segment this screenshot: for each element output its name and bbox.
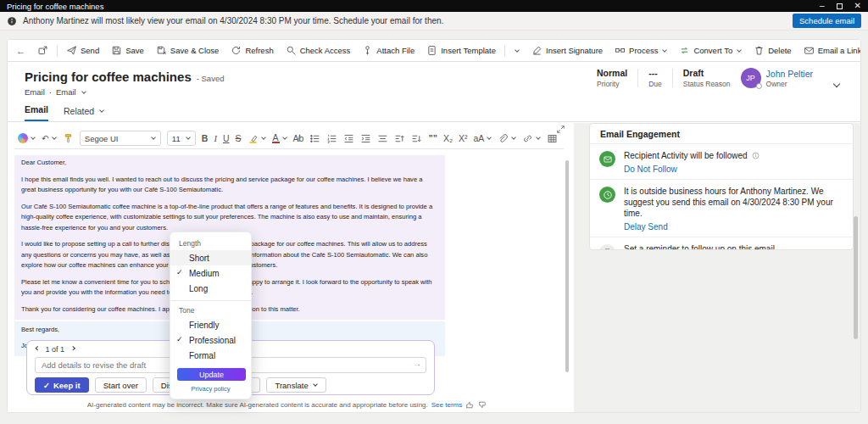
menu-item-friendly[interactable]: Friendly [170, 317, 251, 332]
decrease-indent-icon[interactable] [343, 133, 354, 144]
engagement-item-schedule: It is outside business hours for Anthony… [590, 180, 853, 237]
send-button[interactable]: Send [63, 42, 103, 59]
undo-button[interactable]: ↶ [42, 133, 57, 143]
refresh-icon [231, 45, 242, 56]
format-painter-icon[interactable] [63, 133, 74, 144]
font-size-select[interactable]: 11 [167, 131, 196, 146]
font-name-select[interactable]: Segoe UI [80, 131, 161, 146]
underline-button[interactable]: U [223, 133, 230, 143]
owner-name-link[interactable]: John Peltier [766, 69, 813, 79]
engagement-title: Email Engagement [590, 124, 853, 144]
back-button[interactable]: ← [13, 43, 29, 59]
check-icon: ✓ [176, 335, 183, 343]
superscript-button[interactable]: X² [459, 133, 468, 143]
adjust-dropdown-menu: Length Short ✓ Medium Long Tone Friendly… [170, 232, 252, 399]
schedule-email-button[interactable]: Schedule email [793, 14, 861, 28]
divider [504, 45, 505, 57]
thumbs-down-icon[interactable] [478, 400, 487, 410]
update-button[interactable]: Update [177, 368, 246, 381]
bullet-list-icon[interactable] [309, 133, 320, 144]
delete-button[interactable]: Delete [750, 42, 794, 59]
check-access-button[interactable]: Check Access [282, 42, 354, 59]
record-header: Pricing for coffee machines- Saved Email… [8, 63, 860, 102]
due-field[interactable]: --- Due [648, 68, 662, 88]
copilot-menu-button[interactable] [18, 133, 36, 143]
translate-button[interactable]: Translate [266, 377, 326, 393]
clear-format-button[interactable]: A̸b [293, 133, 304, 143]
tab-content: ↶ Segoe UI 11 B I U [8, 123, 860, 412]
delete-icon [754, 45, 765, 56]
insert-template-button[interactable]: Insert Template [423, 42, 499, 59]
sort-descending-icon[interactable] [411, 133, 422, 144]
close-icon[interactable]: ✕ [854, 2, 861, 10]
email-link-icon [804, 45, 815, 56]
ai-disclaimer: AI-generated content may be incorrect. M… [8, 400, 567, 410]
presence-dot [756, 83, 762, 89]
italic-button[interactable]: I [214, 134, 217, 143]
process-button[interactable]: Process [611, 42, 670, 59]
maximize-icon[interactable] [837, 3, 843, 9]
convert-to-button[interactable]: Convert To [676, 42, 745, 59]
highlight-color-button[interactable] [248, 133, 266, 144]
font-color-button[interactable]: A [272, 133, 287, 143]
align-button[interactable] [377, 133, 388, 144]
privacy-policy-link[interactable]: Privacy policy [170, 383, 251, 399]
overflow-chevron[interactable] [510, 46, 523, 56]
minimize-icon[interactable]: – [820, 2, 825, 10]
priority-field[interactable]: Normal Priority [597, 68, 627, 88]
menu-item-short[interactable]: Short [170, 250, 251, 265]
info-icon[interactable] [752, 152, 760, 159]
attachment-button[interactable] [498, 133, 516, 144]
blockquote-icon[interactable]: ”” [428, 133, 437, 143]
header-expand-chevron-icon[interactable] [832, 76, 840, 92]
subscript-button[interactable]: X₂ [443, 133, 453, 143]
insert-signature-button[interactable]: Insert Signature [528, 42, 606, 59]
form-selector-chevron-icon[interactable] [81, 89, 86, 94]
thumbs-up-icon[interactable] [465, 400, 475, 410]
tab-email[interactable]: Email [25, 104, 48, 121]
keep-it-button[interactable]: ✓ Keep it [35, 377, 89, 393]
hourglass-icon [599, 244, 615, 250]
table-icon[interactable] [547, 133, 558, 144]
delay-send-link[interactable]: Delay Send [624, 222, 843, 232]
form-selector[interactable]: Email [56, 87, 76, 97]
previous-draft-icon[interactable] [36, 346, 40, 350]
check-icon: ✓ [176, 268, 183, 276]
save-and-close-button[interactable]: Save & Close [153, 42, 223, 59]
editor-scrollbar[interactable] [565, 160, 569, 372]
refresh-button[interactable]: Refresh [227, 42, 276, 59]
menu-item-formal[interactable]: Formal [170, 348, 251, 363]
see-terms-link[interactable]: See terms [431, 401, 462, 409]
divider [57, 45, 58, 57]
numbered-list-icon[interactable] [326, 133, 337, 144]
increase-indent-icon[interactable] [360, 133, 371, 144]
next-draft-icon[interactable] [70, 346, 75, 350]
menu-item-medium[interactable]: ✓ Medium [170, 265, 251, 281]
notification-bar: Anthony Martinez will most likely view y… [0, 12, 868, 31]
tab-related[interactable]: Related [64, 106, 104, 121]
submit-revision-icon[interactable]: → [413, 359, 421, 368]
do-not-follow-link[interactable]: Do Not Follow [624, 165, 843, 174]
attach-file-button[interactable]: Attach File [359, 42, 418, 59]
strikethrough-button[interactable]: S [236, 133, 242, 143]
open-in-new-window-icon[interactable] [34, 42, 52, 59]
send-icon [66, 45, 77, 56]
status-reason-field[interactable]: Draft Status Reason [683, 68, 731, 88]
form-card: ← Send Save [7, 39, 861, 413]
save-button[interactable]: Save [108, 42, 147, 59]
owner-field[interactable]: JP John Peltier Owner [741, 68, 813, 88]
bold-button[interactable]: B [202, 133, 209, 143]
avatar: JP [741, 68, 761, 88]
menu-item-professional[interactable]: ✓ Professional [170, 332, 251, 348]
email-engagement-card: Email Engagement Recipient Activity will… [589, 123, 854, 250]
tone-section-label: Tone [170, 303, 251, 317]
sort-ascending-icon[interactable] [394, 133, 405, 144]
formatting-toolbar: ↶ Segoe UI 11 B I U [14, 128, 564, 149]
email-a-link-button[interactable]: Email a Link [800, 42, 860, 59]
save-icon [111, 45, 122, 56]
text-case-button[interactable]: aA [473, 133, 492, 143]
start-over-button[interactable]: Start over [95, 377, 147, 393]
panel-scrollbar[interactable] [854, 216, 858, 339]
menu-item-long[interactable]: Long [170, 281, 251, 296]
link-button[interactable] [522, 133, 541, 144]
